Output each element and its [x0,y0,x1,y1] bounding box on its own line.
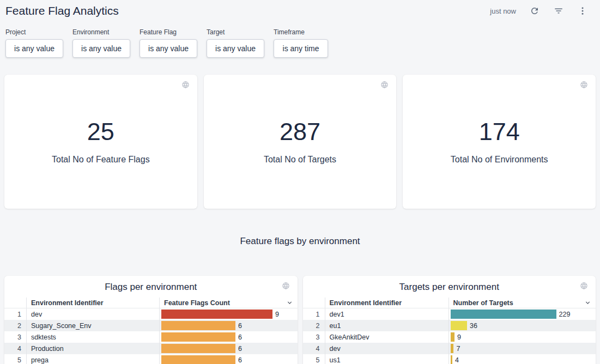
row-index: 3 [303,333,325,341]
refresh-icon[interactable] [529,5,540,16]
globe-icon [580,81,588,91]
globe-icon [181,81,190,91]
value-bar-cell[interactable]: 6 [159,343,298,354]
value-bar [161,321,235,330]
row-index: 4 [4,345,26,353]
globe-icon [380,81,389,91]
value-label: 6 [238,333,242,341]
last-refreshed-text: just now [490,7,516,15]
value-bar-cell[interactable]: 6 [159,320,298,331]
table-header: Environment Identifier Number of Targets [303,298,596,308]
stat-card-feature-flags: 25 Total No of Feature Flags [4,75,197,209]
table-row: 3GkeAnkitDev9 [303,331,596,343]
table-row: 4Production6 [4,343,298,354]
environment-identifier-cell[interactable]: GkeAnkitDev [325,331,449,343]
targets-per-environment-card: Targets per environment Environment Iden… [303,276,596,364]
filter-group-target: Target is any value [207,28,264,58]
value-label: 229 [559,311,571,318]
column-header-environment-identifier[interactable]: Environment Identifier [26,298,159,308]
value-bar-cell[interactable]: 7 [449,343,596,354]
header-controls: just now [490,5,588,16]
table-body: 1dev12292eu1363GkeAnkitDev94dev75us14 [303,308,596,364]
stat-value: 25 [87,119,114,144]
value-label: 9 [457,333,461,341]
environment-identifier-cell[interactable]: Sugary_Scone_Env [26,320,159,331]
column-header-number-of-targets[interactable]: Number of Targets [449,298,596,308]
stat-value: 174 [479,119,520,144]
table-row: 5us14 [303,354,596,364]
stat-label: Total No of Feature Flags [52,155,150,165]
feature-flag-filter-button[interactable]: is any value [140,39,197,58]
globe-icon [282,282,290,292]
filter-label: Feature Flag [140,28,197,36]
row-index: 2 [303,322,325,330]
value-label: 36 [470,322,477,330]
value-bar [451,332,455,342]
stat-card-targets: 287 Total No of Targets [204,75,397,209]
environment-identifier-cell[interactable]: sdktests [26,331,159,343]
environment-identifier-cell[interactable]: dev [325,343,449,354]
flags-per-environment-card: Flags per environment Environment Identi… [4,276,298,364]
value-bar [161,344,235,353]
value-bar [451,344,454,353]
filter-bar: Project is any value Environment is any … [5,28,600,58]
table-row: 3sdktests6 [4,331,298,343]
filter-group-feature-flag: Feature Flag is any value [140,28,197,58]
row-index: 5 [303,356,325,364]
project-filter-button[interactable]: is any value [5,39,63,58]
column-header-environment-identifier[interactable]: Environment Identifier [325,298,449,308]
chevron-down-icon[interactable] [286,299,293,308]
row-index: 5 [4,356,26,364]
row-index-header [303,298,325,308]
value-bar [161,332,235,342]
value-bar-cell[interactable]: 36 [449,320,596,331]
value-label: 6 [238,322,242,330]
value-bar [161,355,235,364]
filter-label: Timeframe [274,28,328,36]
value-bar [451,310,556,319]
environment-identifier-cell[interactable]: dev [26,308,159,320]
value-bar-cell[interactable]: 6 [159,354,298,364]
value-bar-cell[interactable]: 6 [159,331,298,343]
filter-label: Project [5,28,63,36]
row-index: 3 [4,333,26,341]
value-label: 7 [456,345,460,353]
card-title: Targets per environment [303,280,596,294]
table-row: 1dev9 [4,308,298,320]
row-index: 1 [303,311,325,318]
row-index-header [4,298,26,308]
table-row: 5prega6 [4,354,298,364]
value-bar [451,355,452,364]
stat-value: 287 [280,119,320,144]
filter-icon[interactable] [553,5,564,16]
environment-identifier-cell[interactable]: Production [26,343,159,354]
target-filter-button[interactable]: is any value [207,39,264,58]
column-header-feature-flags-count[interactable]: Feature Flags Count [159,298,298,308]
filter-group-project: Project is any value [5,28,63,58]
filter-group-environment: Environment is any value [72,28,130,58]
environment-identifier-cell[interactable]: prega [26,354,159,364]
table-row: 2eu136 [303,320,596,331]
environment-filter-button[interactable]: is any value [72,39,130,58]
kebab-menu-icon[interactable] [577,5,588,16]
value-bar-cell[interactable]: 9 [449,331,596,343]
table-row: 1dev1229 [303,308,596,320]
chevron-down-icon[interactable] [584,299,591,308]
value-label: 9 [275,311,279,318]
value-bar-cell[interactable]: 229 [449,308,596,320]
row-index: 4 [303,345,325,353]
section-title: Feature flags by environment [0,236,600,247]
card-title: Flags per environment [4,280,298,294]
value-bar-cell[interactable]: 4 [449,354,596,364]
filter-group-timeframe: Timeframe is any time [274,28,328,58]
environment-identifier-cell[interactable]: eu1 [325,320,449,331]
row-index: 1 [4,311,26,318]
timeframe-filter-button[interactable]: is any time [274,39,328,58]
environment-identifier-cell[interactable]: dev1 [325,308,449,320]
stat-card-environments: 174 Total No of Environments [403,75,596,209]
environment-identifier-cell[interactable]: us1 [325,354,449,364]
value-label: 4 [455,356,459,364]
page-title: Feature Flag Analytics [5,3,119,19]
table-row: 2Sugary_Scone_Env6 [4,320,298,331]
value-bar-cell[interactable]: 9 [159,308,298,320]
